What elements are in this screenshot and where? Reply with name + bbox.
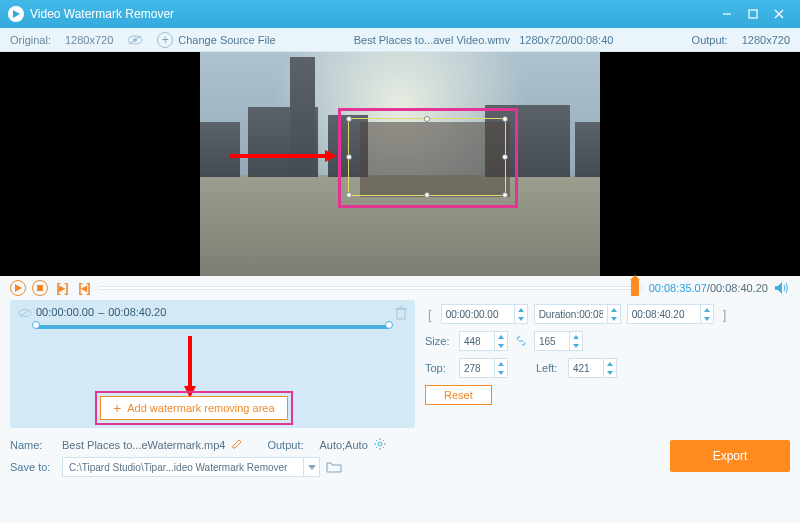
watermark-selection[interactable] xyxy=(348,118,506,196)
top-label: Top: xyxy=(425,362,453,374)
bracket-close-icon[interactable]: ] xyxy=(720,307,730,322)
volume-icon[interactable] xyxy=(774,280,790,296)
svg-marker-10 xyxy=(775,282,782,294)
svg-point-30 xyxy=(378,442,382,446)
svg-rect-2 xyxy=(749,10,757,18)
output-settings-icon[interactable] xyxy=(374,438,386,452)
height-input[interactable] xyxy=(534,331,583,351)
bracket-open-icon[interactable]: [ xyxy=(425,307,435,322)
svg-marker-22 xyxy=(498,335,504,339)
svg-marker-0 xyxy=(13,10,20,18)
title-bar: Video Watermark Remover xyxy=(0,0,800,28)
delete-segment-icon[interactable] xyxy=(395,306,407,322)
annotation-highlight xyxy=(95,391,293,425)
svg-marker-18 xyxy=(611,308,617,312)
svg-marker-17 xyxy=(518,317,524,321)
range-end-input[interactable] xyxy=(627,304,714,324)
output-label: Output: xyxy=(692,34,728,46)
app-title: Video Watermark Remover xyxy=(30,7,174,21)
rename-icon[interactable] xyxy=(231,438,243,452)
open-folder-icon[interactable] xyxy=(326,461,342,473)
video-preview[interactable] xyxy=(0,52,800,276)
play-button[interactable] xyxy=(10,280,26,296)
svg-rect-9 xyxy=(37,285,43,291)
reset-button[interactable]: Reset xyxy=(425,385,492,405)
svg-rect-13 xyxy=(397,309,405,319)
stop-button[interactable] xyxy=(32,280,48,296)
close-button[interactable] xyxy=(766,4,792,24)
maximize-button[interactable] xyxy=(740,4,766,24)
save-to-label: Save to: xyxy=(10,461,56,473)
plus-icon: + xyxy=(157,32,173,48)
svg-marker-27 xyxy=(498,371,504,375)
seek-slider[interactable] xyxy=(98,281,643,295)
left-label: Left: xyxy=(536,362,562,374)
footer: Name: Best Places to...eWatermark.mp4 Ou… xyxy=(0,428,800,478)
time-display: 00:08:35.07/00:08:40.20 xyxy=(649,282,768,294)
svg-marker-21 xyxy=(704,317,710,321)
svg-marker-20 xyxy=(704,308,710,312)
app-logo-icon xyxy=(8,6,24,22)
size-label: Size: xyxy=(425,335,453,347)
range-start-input[interactable] xyxy=(441,304,528,324)
svg-marker-8 xyxy=(15,284,22,292)
duration-input[interactable] xyxy=(534,304,621,324)
svg-marker-23 xyxy=(498,344,504,348)
seek-handle[interactable] xyxy=(631,280,639,296)
info-bar: Original: 1280x720 + Change Source File … xyxy=(0,28,800,52)
segment-visibility-icon[interactable] xyxy=(18,308,32,320)
svg-marker-31 xyxy=(308,465,316,470)
save-path-select[interactable]: C:\Tipard Studio\Tipar...ideo Watermark … xyxy=(62,457,320,477)
change-source-button[interactable]: + Change Source File xyxy=(157,32,275,48)
svg-marker-25 xyxy=(573,344,579,348)
segment-row[interactable]: 00:00:00.00 – 00:08:40.20 xyxy=(36,306,407,318)
aspect-lock-icon[interactable] xyxy=(514,334,528,348)
name-label: Name: xyxy=(10,439,56,451)
output-filename: Best Places to...eWatermark.mp4 xyxy=(62,439,225,451)
left-input[interactable] xyxy=(568,358,617,378)
preview-toggle-icon[interactable] xyxy=(127,35,143,45)
segment-slider[interactable] xyxy=(36,323,389,331)
bracket-start-button[interactable]: [▸] xyxy=(54,280,70,296)
file-meta: Best Places to...avel Video.wmv 1280x720… xyxy=(290,34,678,46)
output-format-label: Output: xyxy=(267,439,313,451)
bracket-end-button[interactable]: [◂] xyxy=(76,280,92,296)
svg-marker-26 xyxy=(498,362,504,366)
minimize-button[interactable] xyxy=(714,4,740,24)
top-input[interactable] xyxy=(459,358,508,378)
original-label: Original: xyxy=(10,34,51,46)
output-resolution: 1280x720 xyxy=(742,34,790,46)
change-source-label: Change Source File xyxy=(178,34,275,46)
playback-bar: [▸] [◂] 00:08:35.07/00:08:40.20 xyxy=(0,276,800,300)
properties-panel: [ ] Size: Top: Left: Reset xyxy=(425,300,790,428)
original-resolution: 1280x720 xyxy=(65,34,113,46)
output-format-value: Auto;Auto xyxy=(319,439,367,451)
export-button[interactable]: Export xyxy=(670,440,790,472)
svg-marker-24 xyxy=(573,335,579,339)
width-input[interactable] xyxy=(459,331,508,351)
svg-marker-16 xyxy=(518,308,524,312)
segments-panel: 00:00:00.00 – 00:08:40.20 + Add watermar… xyxy=(10,300,415,428)
svg-marker-28 xyxy=(607,362,613,366)
svg-marker-19 xyxy=(611,317,617,321)
chevron-down-icon[interactable] xyxy=(303,458,319,476)
svg-marker-29 xyxy=(607,371,613,375)
